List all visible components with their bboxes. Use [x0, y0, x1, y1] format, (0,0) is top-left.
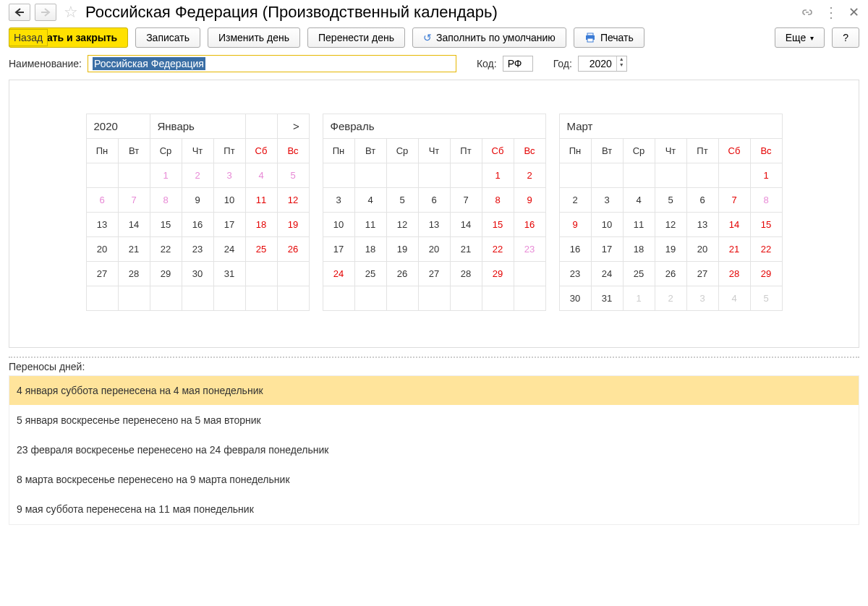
calendar-day[interactable]: 5 — [750, 286, 782, 311]
calendar-day[interactable]: 10 — [323, 213, 354, 237]
nav-back-button[interactable] — [9, 4, 30, 21]
calendar-day[interactable]: 5 — [277, 163, 309, 188]
code-input[interactable] — [503, 56, 533, 72]
calendar-day[interactable]: 21 — [450, 237, 482, 262]
calendar-day[interactable]: 28 — [718, 262, 750, 286]
transfer-row[interactable]: 5 января воскресенье перенесено на 5 мая… — [9, 406, 859, 435]
calendar-day[interactable]: 25 — [245, 237, 277, 262]
calendar-day[interactable]: 19 — [277, 213, 309, 237]
calendar-day[interactable]: 22 — [750, 237, 782, 262]
calendar-day[interactable]: 15 — [150, 213, 182, 237]
calendar-day[interactable]: 14 — [118, 213, 150, 237]
calendar-next-icon[interactable]: > — [277, 114, 309, 139]
link-icon[interactable] — [801, 6, 814, 19]
calendar-day[interactable]: 15 — [482, 213, 514, 237]
calendar-day[interactable]: 2 — [514, 163, 545, 188]
calendar-day[interactable]: 3 — [213, 163, 245, 188]
calendar-day[interactable]: 7 — [718, 188, 750, 213]
back-overlay-button[interactable]: Назад — [9, 29, 48, 46]
calendar-day[interactable]: 16 — [182, 213, 213, 237]
calendar-day[interactable]: 3 — [323, 188, 354, 213]
calendar-day[interactable]: 9 — [514, 188, 545, 213]
calendar-day[interactable]: 30 — [559, 286, 591, 311]
calendar-day[interactable]: 1 — [750, 163, 782, 188]
save-button[interactable]: Записать — [135, 27, 200, 48]
calendar-day[interactable]: 19 — [386, 237, 418, 262]
calendar-day[interactable]: 14 — [718, 213, 750, 237]
calendar-month-name[interactable]: Январь — [150, 114, 245, 139]
calendar-day[interactable]: 18 — [245, 213, 277, 237]
calendar-day[interactable]: 21 — [718, 237, 750, 262]
calendar-day[interactable]: 17 — [213, 213, 245, 237]
calendar-day[interactable]: 4 — [245, 163, 277, 188]
transfer-row[interactable]: 23 февраля воскресенье перенесено на 24 … — [9, 435, 859, 465]
calendar-day[interactable]: 16 — [514, 213, 545, 237]
calendar-day[interactable]: 3 — [591, 188, 623, 213]
calendar-day[interactable]: 21 — [118, 237, 150, 262]
calendar-day[interactable]: 24 — [591, 262, 623, 286]
calendar-day[interactable]: 17 — [323, 237, 354, 262]
transfer-row[interactable]: 4 января суббота перенесена на 4 мая пон… — [9, 376, 859, 406]
calendar-day[interactable]: 11 — [354, 213, 386, 237]
calendar-day[interactable]: 11 — [245, 188, 277, 213]
calendar-day[interactable]: 26 — [655, 262, 686, 286]
calendar-day[interactable]: 10 — [591, 213, 623, 237]
calendar-day[interactable]: 22 — [150, 237, 182, 262]
transfer-row[interactable]: 8 марта воскресенье перенесено на 9 март… — [9, 465, 859, 495]
calendar-day[interactable]: 6 — [418, 188, 450, 213]
nav-forward-button[interactable] — [35, 4, 56, 21]
calendar-day[interactable]: 4 — [718, 286, 750, 311]
calendar-day[interactable]: 1 — [150, 163, 182, 188]
calendar-day[interactable]: 6 — [86, 188, 118, 213]
transfers-list[interactable]: 4 января суббота перенесена на 4 мая пон… — [9, 375, 859, 525]
calendar-day[interactable]: 24 — [323, 262, 354, 286]
calendar-day[interactable]: 1 — [482, 163, 514, 188]
calendar-day[interactable]: 23 — [182, 237, 213, 262]
calendar-day[interactable]: 2 — [559, 188, 591, 213]
transfer-row[interactable]: 9 мая суббота перенесена на 11 мая понед… — [9, 495, 859, 524]
calendar-day[interactable]: 3 — [686, 286, 718, 311]
calendar-day[interactable]: 17 — [591, 237, 623, 262]
calendar-day[interactable]: 14 — [450, 213, 482, 237]
calendar-day[interactable]: 20 — [86, 237, 118, 262]
calendar-day[interactable]: 9 — [559, 213, 591, 237]
move-day-button[interactable]: Перенести день — [307, 27, 405, 48]
calendar-day[interactable]: 29 — [750, 262, 782, 286]
print-button[interactable]: Печать — [574, 27, 644, 48]
calendar-day[interactable]: 8 — [150, 188, 182, 213]
calendar-day[interactable]: 31 — [591, 286, 623, 311]
calendar-day[interactable]: 29 — [482, 262, 514, 286]
calendar-day[interactable]: 23 — [514, 237, 545, 262]
calendar-day[interactable]: 13 — [686, 213, 718, 237]
calendar-day[interactable]: 18 — [354, 237, 386, 262]
calendar-day[interactable]: 26 — [386, 262, 418, 286]
calendar-day[interactable]: 11 — [623, 213, 655, 237]
more-button[interactable]: Еще ▾ — [775, 27, 825, 48]
calendar-day[interactable]: 26 — [277, 237, 309, 262]
calendar-day[interactable]: 4 — [354, 188, 386, 213]
calendar-day[interactable]: 25 — [623, 262, 655, 286]
calendar-day[interactable]: 27 — [86, 262, 118, 286]
kebab-menu-icon[interactable]: ⋮ — [824, 7, 838, 17]
calendar-day[interactable]: 27 — [686, 262, 718, 286]
year-up-icon[interactable]: ▲ — [617, 56, 626, 62]
favorite-star-icon[interactable]: ☆ — [64, 3, 78, 22]
calendar-day[interactable]: 25 — [354, 262, 386, 286]
calendar-day[interactable]: 7 — [118, 188, 150, 213]
calendar-day[interactable]: 28 — [450, 262, 482, 286]
calendar-day[interactable]: 12 — [386, 213, 418, 237]
calendar-day[interactable]: 10 — [213, 188, 245, 213]
calendar-day[interactable]: 20 — [686, 237, 718, 262]
calendar-day[interactable]: 22 — [482, 237, 514, 262]
calendar-day[interactable]: 2 — [182, 163, 213, 188]
calendar-day[interactable]: 24 — [213, 237, 245, 262]
close-icon[interactable]: ✕ — [848, 4, 859, 20]
calendar-year-cell[interactable]: 2020 — [86, 114, 150, 139]
calendar-day[interactable]: 18 — [623, 237, 655, 262]
calendar-day[interactable]: 12 — [655, 213, 686, 237]
calendar-day[interactable]: 19 — [655, 237, 686, 262]
calendar-day[interactable]: 27 — [418, 262, 450, 286]
calendar-day[interactable]: 12 — [277, 188, 309, 213]
calendar-day[interactable]: 16 — [559, 237, 591, 262]
calendar-day[interactable]: 20 — [418, 237, 450, 262]
